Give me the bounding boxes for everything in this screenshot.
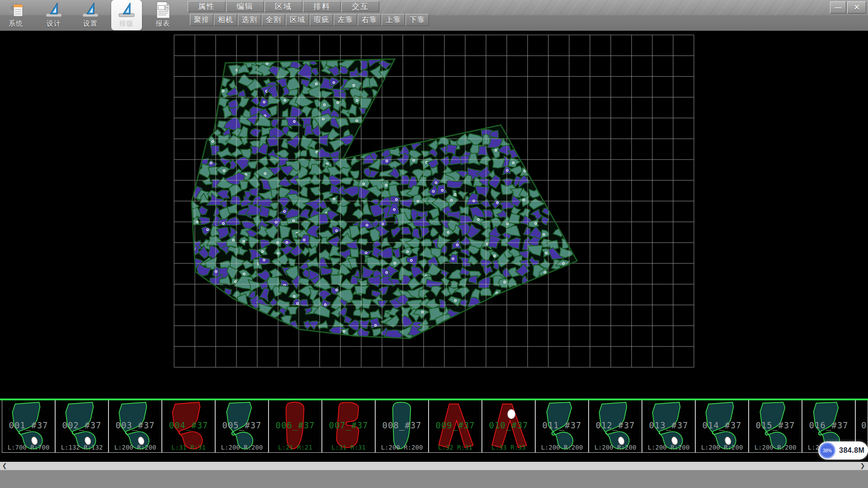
piece-thumbnail[interactable]: 006_#37L:21 R:21 — [269, 400, 322, 453]
piece-hole — [508, 409, 515, 418]
piece-id-label: 005_#37 — [216, 420, 268, 430]
piece-id-label: 0 — [856, 420, 868, 430]
progress-percent: 38% — [823, 448, 832, 453]
piece-thumbnail[interactable]: 001_#37L:700 R:700 — [2, 400, 55, 453]
piece-id-label: 010_#37 — [482, 420, 535, 430]
piece-id-label: 002_#37 — [56, 420, 108, 430]
settings-setsquare-icon — [80, 1, 100, 19]
app-label: 报表 — [149, 19, 176, 28]
tool-camera[interactable]: 相机 — [214, 14, 237, 26]
piece-thumbnail[interactable]: 004_#37L:31 R:31 — [162, 400, 215, 453]
piece-lr-count-label: L:200 R:200 — [109, 444, 161, 451]
piece-id-label: 012_#37 — [589, 420, 642, 430]
tool-defect[interactable]: 瑕疵 — [310, 14, 333, 26]
scroll-left-icon[interactable]: ❮ — [0, 462, 9, 470]
piece-lr-count-label: L:200 R:200 — [696, 444, 748, 451]
tool-align-left[interactable]: 左靠 — [334, 14, 357, 26]
piece-lr-count-label: L:200 R:200 — [216, 444, 268, 451]
piece-thumbnail[interactable]: 014_#37L:200 R:200 — [695, 400, 749, 453]
piece-thumbnail[interactable]: 012_#37L:200 R:200 — [589, 400, 642, 453]
nesting-setsquare-icon — [117, 1, 137, 19]
piece-lr-count-label: L:32 R:31 — [429, 444, 481, 451]
tool-cluster-nest[interactable]: 聚排 — [190, 14, 213, 26]
system-gear-icon — [6, 1, 26, 19]
tool-align-top[interactable]: 上靠 — [382, 14, 405, 26]
piece-id-label: 008_#37 — [376, 420, 428, 430]
piece-lr-count-label: L:200 R:200 — [642, 444, 695, 451]
piece-id-label: 004_#37 — [162, 420, 215, 430]
piece-lr-count-label: L:31 R:31 — [322, 444, 375, 451]
piece-thumbnail[interactable]: 010_#37L:33 R:33 — [482, 400, 535, 453]
piece-thumbnail[interactable]: 015_#37L:200 R:200 — [749, 400, 802, 453]
piece-thumbnail[interactable]: 008_#37L:200 R:200 — [375, 400, 429, 453]
menu-edit[interactable]: 编辑 — [226, 1, 264, 12]
piece-thumbnail[interactable]: 013_#37L:200 R:200 — [642, 400, 695, 453]
report-document-icon — [153, 1, 173, 19]
memory-value: 384.8M — [839, 446, 864, 455]
menu-nesting[interactable]: 排料 — [303, 1, 341, 12]
top-toolbar: 系统 设计 设置 排版 — [0, 0, 868, 31]
piece-thumbnail[interactable]: 009_#37L:32 R:31 — [429, 400, 482, 453]
piece-lr-count-label: L:200 R:200 — [749, 444, 802, 451]
app-label: 设置 — [77, 19, 104, 28]
app-label: 系统 — [2, 19, 29, 28]
piece-thumbnail[interactable]: 003_#37L:200 R:200 — [108, 400, 162, 453]
app-button-system[interactable]: 系统 — [2, 1, 29, 30]
app-button-design[interactable]: 设计 — [40, 1, 67, 30]
tool-align-bottom[interactable]: 下靠 — [406, 14, 429, 26]
app-button-settings[interactable]: 设置 — [77, 1, 104, 30]
piece-id-label: 006_#37 — [269, 420, 321, 430]
menu-region[interactable]: 区域 — [264, 1, 302, 12]
piece-id-label: 001_#37 — [2, 420, 55, 430]
memory-progress-pill: 38% 384.8M — [818, 441, 868, 460]
status-bar — [0, 470, 868, 488]
minimize-button[interactable]: — — [830, 1, 846, 14]
piece-id-label: 013_#37 — [642, 420, 695, 430]
piece-lr-count-label: L:200 R:200 — [376, 444, 428, 451]
scroll-right-icon[interactable]: ❯ — [858, 462, 867, 470]
tool-region[interactable]: 区域 — [286, 14, 309, 26]
hide-nesting-view — [0, 31, 868, 399]
piece-thumbnail[interactable]: 002_#37L:132 R:132 — [55, 400, 108, 453]
piece-lr-count-label: L:132 R:132 — [56, 444, 108, 451]
menu-properties[interactable]: 属性 — [188, 1, 226, 12]
piece-thumbnail[interactable]: 007_#37L:31 R:31 — [322, 400, 375, 453]
app-label: 设计 — [40, 19, 67, 28]
piece-id-label: 015_#37 — [749, 420, 802, 430]
piece-id-label: 009_#37 — [429, 420, 481, 430]
piece-lr-count-label: L:21 R:21 — [269, 444, 321, 451]
progress-ring: 38% — [819, 442, 835, 459]
piece-id-label: 016_#37 — [802, 420, 855, 430]
piece-id-label: 011_#37 — [536, 420, 588, 430]
design-setsquare-icon — [44, 1, 64, 19]
app-button-report[interactable]: 报表 — [149, 1, 176, 30]
piece-id-label: 014_#37 — [696, 420, 748, 430]
piece-id-label: 007_#37 — [322, 420, 375, 430]
piece-lr-count-label: L:200 R:200 — [589, 444, 642, 451]
close-button[interactable]: ✕ — [847, 1, 866, 14]
piece-lr-count-label: L:200 R:200 — [536, 444, 588, 451]
piece-lr-count-label: L:33 R:33 — [482, 444, 535, 451]
piece-thumbnail[interactable]: 005_#37L:200 R:200 — [215, 400, 269, 453]
app-label: 排版 — [113, 19, 140, 28]
piece-id-label: 003_#37 — [109, 420, 161, 430]
tool-align-right[interactable]: 右靠 — [358, 14, 381, 26]
piece-lr-count-label: L:700 R:700 — [2, 444, 55, 451]
app-button-nesting[interactable]: 排版 — [113, 1, 140, 30]
tool-select-cut[interactable]: 选割 — [238, 14, 261, 26]
piece-thumbnail-strip: 001_#37L:700 R:700002_#37L:132 R:132003_… — [0, 399, 868, 462]
horizontal-scrollbar[interactable]: ❮ ❯ — [0, 462, 868, 470]
nesting-canvas[interactable] — [0, 31, 868, 399]
piece-lr-count-label: L:31 R:31 — [162, 444, 215, 451]
piece-thumbnail[interactable]: 011_#37L:200 R:200 — [535, 400, 589, 453]
menu-interaction[interactable]: 交互 — [341, 1, 379, 12]
tool-cut-all[interactable]: 全割 — [262, 14, 285, 26]
